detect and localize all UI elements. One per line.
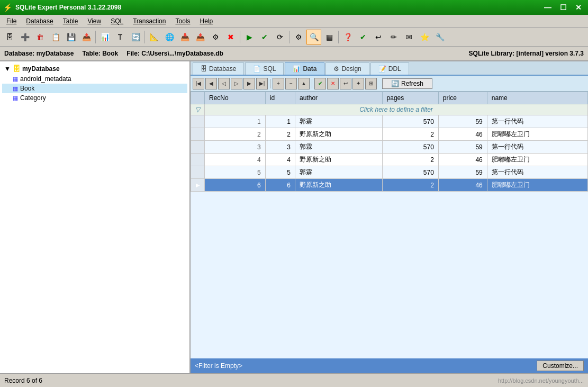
tree-root-label: myDatabase [22, 65, 60, 73]
table-row[interactable]: 44野原新之助246肥嘟嘟左卫门 [191, 154, 588, 166]
menu-view[interactable]: View [83, 16, 105, 26]
tree-item-category[interactable]: ▦ Category [2, 93, 187, 103]
record-info: Record 6 of 6 [4, 377, 42, 384]
menu-sql[interactable]: SQL [106, 16, 128, 26]
table-row[interactable]: 11郭霖57059第一行代码 [191, 115, 588, 128]
toolbar-btn-2[interactable]: ➕ [17, 30, 32, 44]
data-btn-extra[interactable]: ⊞ [365, 78, 377, 89]
toolbar-btn-14[interactable]: ⚙ [208, 30, 223, 44]
toolbar-btn-5[interactable]: 💾 [64, 30, 78, 44]
toolbar-btn-11[interactable]: 🌐 [162, 30, 177, 44]
menu-help[interactable]: Help [195, 16, 217, 26]
tree-item-book[interactable]: ▦ Book [2, 84, 187, 93]
tree-panel: ▼ 🗄 myDatabase ▦ android_metadata ▦ Book… [0, 61, 191, 373]
tab-ddl-label: DDL [388, 65, 401, 73]
tab-design[interactable]: ⚙ Design [325, 62, 369, 75]
refresh-button[interactable]: 🔄 Refresh [382, 78, 432, 89]
toolbar-btn-gear[interactable]: ⚙ [291, 30, 306, 44]
toolbar-btn-more[interactable]: 🔧 [432, 30, 447, 44]
toolbar-btn-7[interactable]: 📊 [97, 30, 112, 44]
tab-database-icon: 🗄 [201, 65, 207, 73]
cell-name: 肥嘟嘟左卫门 [487, 154, 587, 166]
data-btn-refresh-nav[interactable]: ↩ [340, 78, 351, 89]
toolbar-btn-star[interactable]: ⭐ [417, 30, 432, 44]
data-btn-star[interactable]: ✦ [352, 78, 364, 89]
toolbar-btn-9[interactable]: 🔄 [128, 30, 143, 44]
data-grid-scroll[interactable]: RecNo id author pages price name ▽ Click… [191, 92, 588, 358]
toolbar-btn-mail[interactable]: ✉ [402, 30, 417, 44]
tab-sql[interactable]: 📄 SQL [245, 62, 284, 75]
toolbar-btn-13[interactable]: 📤 [193, 30, 207, 44]
toolbar-btn-stop[interactable]: ⟳ [273, 30, 287, 44]
toolbar-btn-check[interactable]: ✔ [257, 30, 272, 44]
tab-ddl[interactable]: 📝 DDL [370, 62, 409, 75]
cell-name: 第一行代码 [487, 166, 587, 179]
cell-name: 肥嘟嘟左卫门 [487, 179, 587, 192]
table-row[interactable]: 55郭霖57059第一行代码 [191, 166, 588, 179]
toolbar-btn-6[interactable]: 📤 [79, 30, 94, 44]
data-btn-next-far[interactable]: ▶ [243, 78, 255, 89]
menu-transaction[interactable]: Transaction [129, 16, 170, 26]
table-row[interactable]: 22野原新之助246肥嘟嘟左卫门 [191, 128, 588, 141]
menu-database[interactable]: Database [22, 16, 57, 26]
toolbar-btn-pen[interactable]: ✏ [386, 30, 401, 44]
title-bar: ⚡ SQLite Expert Personal 3.1.22.2098 — ☐… [0, 0, 588, 15]
toolbar-btn-15[interactable]: ✖ [223, 30, 238, 44]
toolbar-btn-back[interactable]: ↩ [371, 30, 386, 44]
data-btn-prev-far[interactable]: ◀ [205, 78, 217, 89]
toolbar-btn-check2[interactable]: ✔ [356, 30, 370, 44]
app-title: SQLite Expert Personal 3.1.22.2098 [15, 4, 121, 11]
grid-header-row: RecNo id author pages price name [191, 92, 588, 104]
data-btn-confirm[interactable]: ✔ [314, 78, 326, 89]
data-btn-prev[interactable]: ◁ [218, 78, 230, 89]
toolbar-btn-filter[interactable]: 🔍 [306, 30, 321, 44]
data-btn-last[interactable]: ▶| [256, 78, 268, 89]
tree-table-icon-android: ▦ [13, 76, 18, 83]
menu-file[interactable]: File [2, 16, 21, 26]
filter-text[interactable]: Click here to define a filter [205, 104, 588, 115]
data-btn-first[interactable]: |◀ [193, 78, 204, 89]
cell-pages: 570 [382, 166, 438, 179]
menu-table[interactable]: Table [59, 16, 83, 26]
cell-recno: 5 [205, 166, 266, 179]
data-btn-remove[interactable]: − [285, 78, 297, 89]
toolbar-btn-12[interactable]: 📥 [177, 30, 192, 44]
tree-table-icon-category: ▦ [13, 95, 18, 102]
toolbar-btn-3[interactable]: 🗑 [33, 30, 48, 44]
cell-pages: 570 [382, 141, 438, 154]
toolbar-sep-1 [95, 31, 96, 43]
toolbar-btn-run[interactable]: ▶ [242, 30, 257, 44]
tree-item-label-android: android_metadata [20, 75, 71, 83]
table-row[interactable]: 33郭霖57059第一行代码 [191, 141, 588, 154]
tab-sql-icon: 📄 [253, 65, 261, 73]
data-toolbar: |◀ ◀ ◁ ▷ ▶ ▶| + − ▲ ✔ ✕ ↩ ✦ ⊞ 🔄 Refresh [191, 76, 588, 92]
toolbar-btn-8[interactable]: T [113, 30, 128, 44]
tree-item-android-metadata[interactable]: ▦ android_metadata [2, 74, 187, 84]
data-btn-up[interactable]: ▲ [298, 78, 310, 89]
toolbar-btn-help[interactable]: ❓ [340, 30, 355, 44]
minimize-button[interactable]: — [541, 2, 555, 13]
maximize-button[interactable]: ☐ [557, 2, 570, 13]
close-button[interactable]: ✕ [572, 2, 585, 13]
data-btn-add[interactable]: + [273, 78, 284, 89]
tab-data[interactable]: 📊 Data [285, 62, 324, 75]
refresh-icon: 🔄 [391, 80, 399, 87]
toolbar-btn-10[interactable]: 📐 [147, 30, 161, 44]
window-controls: — ☐ ✕ [541, 2, 585, 13]
cell-author: 野原新之助 [295, 154, 383, 166]
watermark: http://blog.csdn.net/youngyouth... [498, 377, 584, 384]
data-btn-next[interactable]: ▷ [231, 78, 242, 89]
cell-id: 3 [265, 141, 295, 154]
toolbar-btn-grid[interactable]: ▦ [322, 30, 337, 44]
menu-tools[interactable]: Tools [171, 16, 194, 26]
tree-root[interactable]: ▼ 🗄 myDatabase [2, 64, 187, 74]
filter-row[interactable]: ▽ Click here to define a filter [191, 104, 588, 115]
table-row[interactable]: ▶66野原新之助246肥嘟嘟左卫门 [191, 179, 588, 192]
data-grid-wrapper: RecNo id author pages price name ▽ Click… [191, 92, 588, 358]
customize-button[interactable]: Customize... [537, 361, 584, 371]
filter-label: <Filter is Empty> [195, 362, 242, 370]
data-btn-cancel[interactable]: ✕ [327, 78, 339, 89]
toolbar-btn-1[interactable]: 🗄 [2, 30, 17, 44]
toolbar-btn-4[interactable]: 📋 [48, 30, 63, 44]
tab-database[interactable]: 🗄 Database [193, 62, 244, 75]
